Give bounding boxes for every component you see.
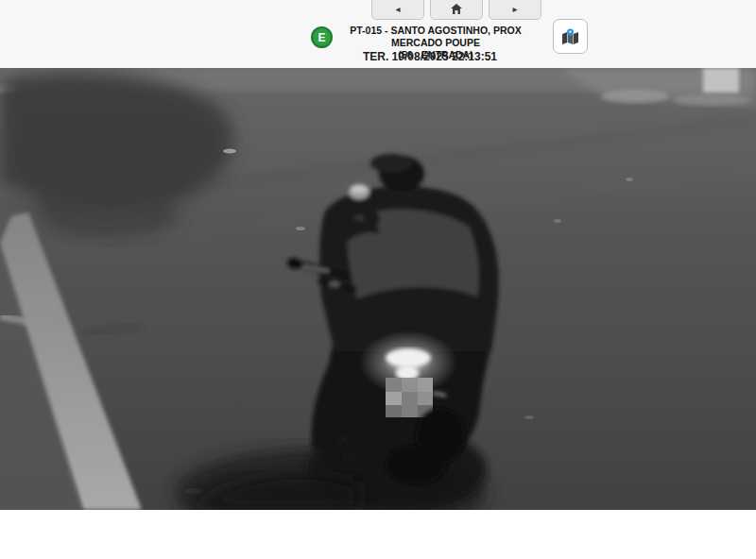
nav-back-button[interactable]: ◂ — [371, 0, 424, 20]
map-location-icon — [561, 28, 579, 44]
camera-title-line1: PT-015 - SANTO AGOSTINHO, PROX MERCADO P… — [323, 25, 548, 49]
nav-forward-button[interactable]: ▸ — [489, 0, 541, 20]
open-map-button[interactable] — [553, 19, 588, 54]
back-arrow-icon: ◂ — [395, 5, 400, 14]
bottom-bar — [0, 510, 756, 559]
camera-frame — [0, 68, 756, 510]
forward-arrow-icon: ▸ — [512, 5, 517, 14]
home-icon — [451, 4, 462, 14]
timestamp: TER. 19/08/2025 22:13:51 — [288, 50, 572, 63]
camera-viewer-app: ◂ ▸ E PT-015 - SANTO AGOSTINHO, PROX MER… — [0, 0, 756, 559]
header: ◂ ▸ E PT-015 - SANTO AGOSTINHO, PROX MER… — [0, 0, 756, 68]
nav-home-button[interactable] — [430, 0, 483, 20]
